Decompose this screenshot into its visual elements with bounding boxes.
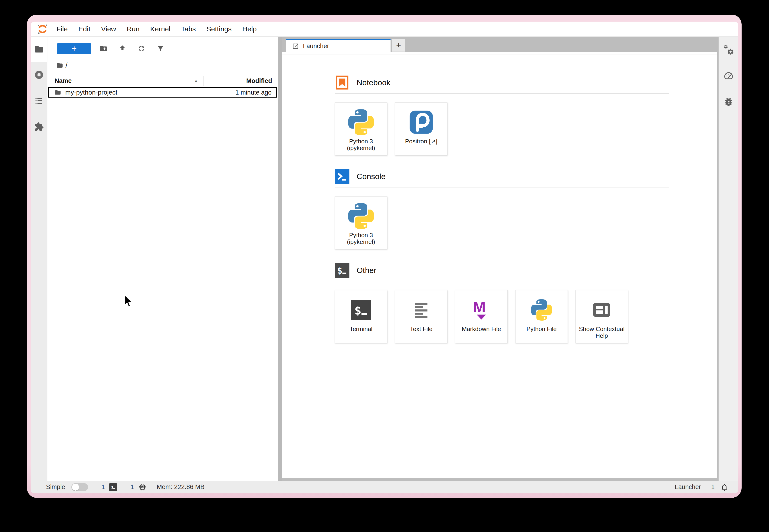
new-launcher-button[interactable]: + xyxy=(57,43,91,54)
sidebar-tab-debugger[interactable] xyxy=(719,89,738,115)
menu-help[interactable]: Help xyxy=(242,25,257,33)
menu-run[interactable]: Run xyxy=(127,25,140,33)
launcher-card-python3-notebook[interactable]: Python 3 (ipykernel) xyxy=(335,102,387,155)
menu-view[interactable]: View xyxy=(101,25,116,33)
tab-bar-underline xyxy=(282,52,717,55)
section-divider xyxy=(335,281,669,281)
menu-bar: File Edit View Run Kernel Tabs Settings … xyxy=(31,22,738,37)
folder-icon xyxy=(34,44,44,54)
debugger-bug-icon xyxy=(723,96,734,107)
filter-button[interactable] xyxy=(154,44,167,53)
app-window-frame: File Edit View Run Kernel Tabs Settings … xyxy=(27,15,742,498)
contextual-help-icon xyxy=(592,300,612,320)
terminal-icon: $ xyxy=(351,300,371,320)
file-list-header: Name ▲ Modified xyxy=(47,76,278,86)
upload-button[interactable] xyxy=(116,44,129,53)
simple-mode-label: Simple xyxy=(46,483,65,491)
svg-text:$: $ xyxy=(111,485,113,489)
column-name-label: Name xyxy=(55,77,72,85)
refresh-button[interactable] xyxy=(135,44,148,53)
launcher-card-positron[interactable]: Positron [↗] xyxy=(395,102,447,155)
sort-ascending-icon: ▲ xyxy=(194,78,198,83)
current-activity-label[interactable]: Launcher xyxy=(675,483,701,491)
new-folder-button[interactable] xyxy=(97,44,110,53)
file-row-my-python-project[interactable]: my-python-project 1 minute ago xyxy=(48,87,277,98)
memory-usage: Mem: 222.86 MB xyxy=(157,483,205,491)
simple-mode-toggle[interactable] xyxy=(71,483,88,491)
file-browser-toolbar: + xyxy=(47,43,278,54)
main-dock-panel: Launcher + xyxy=(282,37,719,481)
terminal-icon: $ xyxy=(110,484,116,490)
python-logo xyxy=(348,109,374,135)
column-header-name[interactable]: Name ▲ xyxy=(47,76,204,86)
launcher-card-terminal[interactable]: $ Terminal xyxy=(335,290,387,343)
kernels-status[interactable] xyxy=(138,483,147,491)
launcher-scroll-area[interactable]: Notebook xyxy=(282,55,717,478)
tab-launcher-label: Launcher xyxy=(303,43,329,50)
svg-text:$: $ xyxy=(337,266,342,276)
python-logo xyxy=(348,203,374,229)
launcher-card-python-file[interactable]: Python File xyxy=(515,290,568,343)
section-title: Notebook xyxy=(357,78,391,87)
positron-logo xyxy=(409,110,433,134)
launcher-section-console: Console xyxy=(335,169,669,249)
new-tab-button[interactable]: + xyxy=(392,39,405,52)
sidebar-tab-property-inspector[interactable] xyxy=(719,37,738,63)
sidebar-tab-table-of-contents[interactable] xyxy=(31,88,47,114)
refresh-icon xyxy=(137,44,146,53)
launcher-card-markdown-file[interactable]: M Markdown File xyxy=(455,290,508,343)
notebook-icon xyxy=(335,75,349,90)
card-label: Terminal xyxy=(348,326,374,332)
terminals-count: 1 xyxy=(102,483,105,491)
dashboard-gauge-icon xyxy=(723,70,734,81)
markdown-icon: M xyxy=(471,299,492,321)
card-label: Python 3 (ipykernel) xyxy=(335,138,387,151)
launcher-card-text-file[interactable]: Text File xyxy=(395,290,447,343)
file-modified: 1 minute ago xyxy=(235,89,276,96)
new-folder-icon xyxy=(99,44,108,53)
notifications-button[interactable] xyxy=(720,483,729,491)
upload-icon xyxy=(118,44,127,53)
sidebar-tab-extensions[interactable] xyxy=(31,114,47,140)
table-of-contents-icon xyxy=(34,96,44,106)
toggle-knob xyxy=(72,484,79,491)
status-bar: Simple 1 $ 1 Mem: 222.86 MB xyxy=(31,481,738,493)
tab-bar: Launcher + xyxy=(282,39,719,52)
filter-icon xyxy=(156,44,165,53)
kernels-count: 1 xyxy=(131,483,134,491)
section-divider xyxy=(335,93,669,94)
right-activity-bar xyxy=(719,37,738,481)
panel-splitter[interactable] xyxy=(278,37,282,481)
sidebar-tab-dashboard[interactable] xyxy=(719,63,738,89)
jupyter-logo-icon xyxy=(37,23,48,35)
card-label: Python File xyxy=(525,326,558,332)
launcher-card-python3-console[interactable]: Python 3 (ipykernel) xyxy=(335,196,387,249)
section-title: Other xyxy=(357,266,376,275)
extensions-puzzle-icon xyxy=(34,122,44,132)
card-label: Show Contextual Help xyxy=(576,326,628,339)
tab-launcher[interactable]: Launcher xyxy=(286,39,391,52)
launcher-card-contextual-help[interactable]: Show Contextual Help xyxy=(575,290,628,343)
kernel-chip-icon xyxy=(138,483,147,491)
svg-text:$: $ xyxy=(354,304,361,317)
card-label: Positron [↗] xyxy=(404,138,439,145)
bell-icon xyxy=(720,483,729,491)
sidebar-tab-file-browser[interactable] xyxy=(31,37,47,62)
menu-settings[interactable]: Settings xyxy=(207,25,232,33)
terminals-status[interactable]: $ xyxy=(109,483,117,491)
menu-file[interactable]: File xyxy=(56,25,68,33)
menu-tabs[interactable]: Tabs xyxy=(181,25,196,33)
home-folder-icon[interactable] xyxy=(56,62,63,69)
breadcrumb-root: / xyxy=(66,61,67,69)
notifications-count: 1 xyxy=(711,483,715,491)
breadcrumb: / xyxy=(47,61,278,69)
column-header-modified[interactable]: Modified xyxy=(204,77,278,85)
python-logo xyxy=(531,299,552,321)
screen-background: File Edit View Run Kernel Tabs Settings … xyxy=(0,0,769,532)
terminal-icon: $ xyxy=(335,263,349,278)
menu-items: File Edit View Run Kernel Tabs Settings … xyxy=(56,25,267,33)
sidebar-tab-running-sessions[interactable] xyxy=(31,62,47,88)
menu-edit[interactable]: Edit xyxy=(78,25,90,33)
running-sessions-icon xyxy=(34,70,44,80)
menu-kernel[interactable]: Kernel xyxy=(150,25,171,33)
